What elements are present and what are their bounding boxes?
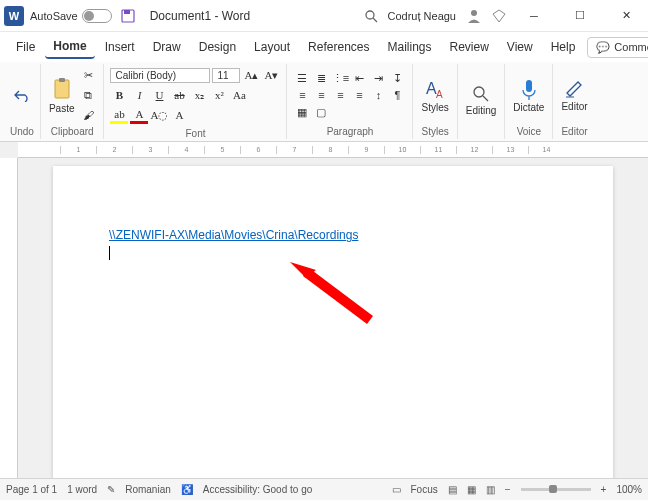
show-marks-button[interactable]: ¶	[388, 87, 406, 103]
word-count[interactable]: 1 word	[67, 484, 97, 495]
svg-rect-5	[55, 80, 69, 98]
shading-button[interactable]: ▦	[293, 104, 311, 120]
subscript-button[interactable]: x₂	[190, 86, 208, 104]
menu-bar: File Home Insert Draw Design Layout Refe…	[0, 32, 648, 62]
editing-label: Editing	[466, 105, 497, 116]
group-voice: Dictate Voice	[505, 64, 553, 139]
svg-point-2	[366, 11, 374, 19]
strike-button[interactable]: ab	[170, 86, 188, 104]
document-canvas[interactable]: \\ZENWIFI-AX\Media\Movies\Crina\Recordin…	[18, 158, 648, 492]
tab-file[interactable]: File	[8, 36, 43, 58]
tab-references[interactable]: References	[300, 36, 377, 58]
undo-label: Undo	[10, 124, 34, 137]
clear-format-button[interactable]: A◌	[150, 106, 168, 124]
save-icon[interactable]	[120, 8, 136, 24]
zoom-level[interactable]: 100%	[616, 484, 642, 495]
italic-button[interactable]: I	[130, 86, 148, 104]
search-icon[interactable]	[364, 9, 378, 23]
tab-mailings[interactable]: Mailings	[379, 36, 439, 58]
read-mode-icon[interactable]: ▤	[448, 484, 457, 495]
diamond-icon[interactable]	[492, 9, 506, 23]
align-right-button[interactable]: ≡	[331, 87, 349, 103]
editor-label: Editor	[561, 101, 587, 112]
increase-indent-button[interactable]: ⇥	[369, 70, 387, 86]
svg-rect-6	[59, 78, 65, 82]
paragraph-label: Paragraph	[327, 124, 374, 137]
increase-font-icon[interactable]: A▴	[242, 66, 260, 84]
paste-button[interactable]: Paste	[47, 75, 77, 116]
page-status[interactable]: Page 1 of 1	[6, 484, 57, 495]
dictate-button[interactable]: Dictate	[511, 76, 546, 115]
user-name[interactable]: Codruț Neagu	[388, 10, 457, 22]
tab-draw[interactable]: Draw	[145, 36, 189, 58]
user-avatar-icon[interactable]	[466, 8, 482, 24]
tab-review[interactable]: Review	[442, 36, 497, 58]
autosave-toggle[interactable]	[82, 9, 112, 23]
paste-label: Paste	[49, 103, 75, 114]
language-status[interactable]: Romanian	[125, 484, 171, 495]
vertical-ruler[interactable]	[0, 158, 18, 492]
text-effects-button[interactable]: A	[170, 106, 188, 124]
print-layout-icon[interactable]: ▦	[467, 484, 476, 495]
editing-button[interactable]: Editing	[464, 83, 499, 118]
font-size-select[interactable]: 11	[212, 68, 240, 83]
comments-label: Comments	[614, 41, 648, 53]
multilevel-button[interactable]: ⋮≡	[331, 70, 349, 86]
tab-home[interactable]: Home	[45, 35, 94, 59]
underline-button[interactable]: U	[150, 86, 168, 104]
clipboard-label: Clipboard	[51, 124, 94, 137]
tab-help[interactable]: Help	[543, 36, 584, 58]
text-cursor	[109, 246, 110, 260]
horizontal-ruler[interactable]: 1234567891011121314	[18, 142, 648, 158]
focus-mode[interactable]: Focus	[411, 484, 438, 495]
web-layout-icon[interactable]: ▥	[486, 484, 495, 495]
font-color-button[interactable]: A	[130, 106, 148, 124]
comments-button[interactable]: 💬 Comments ⌄	[587, 37, 648, 58]
numbering-button[interactable]: ≣	[312, 70, 330, 86]
dictate-label: Dictate	[513, 102, 544, 113]
line-spacing-button[interactable]: ↕	[369, 87, 387, 103]
zoom-slider[interactable]	[521, 488, 591, 491]
sort-button[interactable]: ↧	[388, 70, 406, 86]
svg-line-3	[373, 18, 377, 22]
align-center-button[interactable]: ≡	[312, 87, 330, 103]
editor-button[interactable]: Editor	[559, 77, 589, 114]
decrease-indent-button[interactable]: ⇤	[350, 70, 368, 86]
svg-rect-11	[526, 80, 532, 92]
close-button[interactable]: ✕	[608, 2, 644, 30]
spellcheck-icon[interactable]: ✎	[107, 484, 115, 495]
tab-view[interactable]: View	[499, 36, 541, 58]
maximize-button[interactable]: ☐	[562, 2, 598, 30]
accessibility-icon: ♿	[181, 484, 193, 495]
minimize-button[interactable]: ─	[516, 2, 552, 30]
bullets-button[interactable]: ☰	[293, 70, 311, 86]
bold-button[interactable]: B	[110, 86, 128, 104]
align-left-button[interactable]: ≡	[293, 87, 311, 103]
styles-button[interactable]: AA Styles	[419, 76, 450, 115]
format-painter-icon[interactable]: 🖌	[79, 106, 97, 124]
editor-group-label: Editor	[561, 124, 587, 137]
accessibility-status[interactable]: Accessibility: Good to go	[203, 484, 313, 495]
focus-icon[interactable]: ▭	[392, 484, 401, 495]
group-paragraph: ☰ ≣ ⋮≡ ⇤ ⇥ ↧ ≡ ≡ ≡ ≡ ↕ ¶ ▦ ▢ Paragraph	[287, 64, 413, 139]
zoom-in-button[interactable]: +	[601, 484, 607, 495]
group-editor: Editor Editor	[553, 64, 595, 139]
font-name-select[interactable]: Calibri (Body)	[110, 68, 210, 83]
highlight-button[interactable]: ab	[110, 106, 128, 124]
group-editing: Editing	[458, 64, 506, 139]
page[interactable]: \\ZENWIFI-AX\Media\Movies\Crina\Recordin…	[53, 166, 613, 492]
document-area: \\ZENWIFI-AX\Media\Movies\Crina\Recordin…	[0, 158, 648, 492]
tab-layout[interactable]: Layout	[246, 36, 298, 58]
copy-icon[interactable]: ⧉	[79, 86, 97, 104]
tab-design[interactable]: Design	[191, 36, 244, 58]
cut-icon[interactable]: ✂	[79, 66, 97, 84]
tab-insert[interactable]: Insert	[97, 36, 143, 58]
undo-button[interactable]	[11, 86, 33, 104]
decrease-font-icon[interactable]: A▾	[262, 66, 280, 84]
borders-button[interactable]: ▢	[312, 104, 330, 120]
superscript-button[interactable]: x²	[210, 86, 228, 104]
hyperlink-text[interactable]: \\ZENWIFI-AX\Media\Movies\Crina\Recordin…	[109, 228, 358, 242]
change-case-button[interactable]: Aa	[230, 86, 248, 104]
justify-button[interactable]: ≡	[350, 87, 368, 103]
zoom-out-button[interactable]: −	[505, 484, 511, 495]
